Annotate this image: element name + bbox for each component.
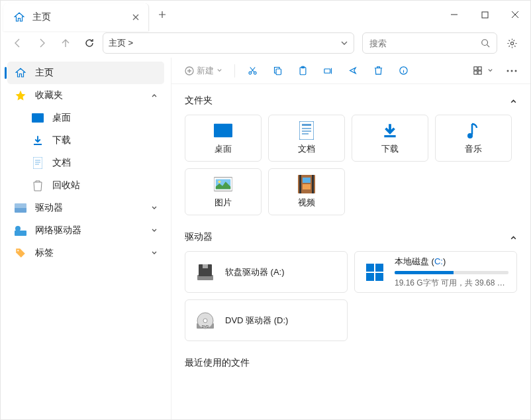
navbar: 主页 > bbox=[1, 28, 530, 58]
drive-list: 软盘驱动器 (A:) 本地磁盘 (C:) 19.16 G字节 可用，共 39.6… bbox=[185, 251, 517, 341]
svg-rect-33 bbox=[299, 175, 301, 193]
download-icon bbox=[31, 134, 44, 147]
windows-drive-icon bbox=[363, 260, 387, 284]
maximize-button[interactable] bbox=[469, 4, 500, 25]
settings-button[interactable] bbox=[500, 32, 524, 54]
drive-sub: 19.16 G字节 可用，共 39.68 G... bbox=[395, 278, 508, 289]
chevron-up-icon[interactable] bbox=[151, 92, 158, 99]
back-button[interactable] bbox=[7, 32, 28, 54]
svg-rect-20 bbox=[474, 71, 477, 74]
tile-label: 视频 bbox=[298, 197, 315, 209]
svg-point-24 bbox=[515, 70, 517, 72]
drive-floppy[interactable]: 软盘驱动器 (A:) bbox=[185, 251, 348, 293]
layout-button[interactable] bbox=[467, 61, 499, 81]
copy-button[interactable] bbox=[267, 61, 288, 81]
minimize-button[interactable] bbox=[439, 4, 469, 25]
chevron-up-icon[interactable] bbox=[510, 234, 517, 241]
svg-point-31 bbox=[218, 180, 221, 183]
tab-home[interactable]: 主页 bbox=[3, 3, 149, 31]
rename-button[interactable] bbox=[317, 61, 338, 81]
chevron-down-icon[interactable] bbox=[151, 227, 158, 234]
tile-label: 图片 bbox=[215, 197, 232, 209]
svg-rect-0 bbox=[482, 12, 488, 18]
svg-rect-35 bbox=[303, 178, 311, 183]
close-window-button[interactable] bbox=[500, 4, 530, 25]
refresh-button[interactable] bbox=[79, 32, 100, 54]
sidebar-label: 回收站 bbox=[52, 180, 158, 191]
sidebar-label: 标签 bbox=[35, 247, 143, 259]
svg-point-23 bbox=[511, 70, 513, 72]
section-recent-header[interactable]: 最近使用的文件 bbox=[185, 357, 517, 369]
new-label: 新建 bbox=[197, 65, 214, 77]
content: 文件夹 桌面 文档 下载 音乐 bbox=[171, 84, 530, 420]
svg-point-46 bbox=[203, 319, 207, 323]
svg-rect-27 bbox=[302, 124, 311, 126]
svg-rect-16 bbox=[324, 69, 330, 73]
sidebar-item-documents[interactable]: 文档 bbox=[7, 152, 164, 174]
folder-tile-music[interactable]: 音乐 bbox=[435, 115, 512, 162]
svg-point-8 bbox=[15, 226, 21, 231]
svg-rect-34 bbox=[312, 175, 314, 193]
address-bar[interactable]: 主页 > bbox=[103, 32, 354, 54]
tile-label: 文档 bbox=[298, 143, 315, 155]
section-title: 驱动器 bbox=[185, 231, 213, 243]
section-folders-header[interactable]: 文件夹 bbox=[185, 95, 517, 107]
chevron-down-icon[interactable] bbox=[340, 39, 348, 47]
search-box[interactable] bbox=[362, 32, 497, 54]
download-icon bbox=[381, 122, 399, 139]
sidebar-label: 下载 bbox=[52, 134, 158, 146]
address-text: 主页 > bbox=[109, 37, 340, 49]
sidebar-item-recycle[interactable]: 回收站 bbox=[7, 174, 164, 197]
tab-title: 主页 bbox=[32, 11, 124, 23]
section-title: 文件夹 bbox=[185, 95, 213, 107]
desktop-icon bbox=[31, 111, 44, 125]
chevron-down-icon[interactable] bbox=[151, 205, 158, 211]
paste-button[interactable] bbox=[292, 61, 313, 81]
chevron-up-icon[interactable] bbox=[510, 97, 517, 105]
folder-tile-desktop[interactable]: 桌面 bbox=[185, 115, 262, 162]
search-icon[interactable] bbox=[481, 38, 490, 48]
home-icon bbox=[13, 11, 26, 24]
sidebar-label: 主页 bbox=[35, 67, 158, 79]
network-drive-icon bbox=[14, 224, 27, 237]
sidebar-item-tags[interactable]: 标签 bbox=[7, 242, 164, 264]
drive-local-c[interactable]: 本地磁盘 (C:) 19.16 G字节 可用，共 39.68 G... bbox=[354, 251, 517, 293]
sidebar-item-network-drives[interactable]: 网络驱动器 bbox=[7, 219, 164, 242]
svg-rect-4 bbox=[33, 157, 42, 169]
svg-point-22 bbox=[507, 70, 509, 72]
sidebar: 主页 收藏夹 桌面 下载 文档 回收站 驱动器 网 bbox=[1, 58, 171, 420]
info-button[interactable] bbox=[393, 61, 414, 81]
tile-label: 音乐 bbox=[465, 143, 482, 155]
new-tab-button[interactable] bbox=[149, 1, 175, 28]
close-icon[interactable] bbox=[131, 13, 140, 22]
search-input[interactable] bbox=[369, 38, 481, 48]
share-button[interactable] bbox=[342, 61, 363, 81]
tile-label: 下载 bbox=[381, 143, 399, 155]
folder-tile-videos[interactable]: 视频 bbox=[268, 168, 345, 215]
sidebar-item-favorites[interactable]: 收藏夹 bbox=[7, 84, 164, 107]
folder-tile-documents[interactable]: 文档 bbox=[268, 115, 345, 162]
svg-point-2 bbox=[510, 42, 513, 44]
delete-button[interactable] bbox=[367, 61, 389, 81]
sidebar-item-downloads[interactable]: 下载 bbox=[7, 129, 164, 152]
folder-tile-downloads[interactable]: 下载 bbox=[352, 115, 428, 162]
forward-button[interactable] bbox=[31, 32, 52, 54]
desktop-icon bbox=[214, 122, 232, 139]
sidebar-item-drives[interactable]: 驱动器 bbox=[7, 197, 164, 219]
up-button[interactable] bbox=[55, 32, 76, 54]
folder-tile-pictures[interactable]: 图片 bbox=[185, 168, 262, 215]
cut-button[interactable] bbox=[242, 61, 263, 81]
music-icon bbox=[464, 122, 483, 139]
section-drives-header[interactable]: 驱动器 bbox=[185, 231, 517, 243]
video-icon bbox=[297, 176, 316, 193]
drive-dvd[interactable]: DVD DVD 驱动器 (D:) bbox=[185, 299, 348, 341]
sidebar-item-desktop[interactable]: 桌面 bbox=[7, 107, 164, 129]
sidebar-item-home[interactable]: 主页 bbox=[7, 62, 164, 84]
svg-rect-18 bbox=[474, 67, 477, 70]
chevron-down-icon[interactable] bbox=[151, 250, 158, 256]
svg-rect-42 bbox=[366, 273, 374, 281]
new-button[interactable]: 新建 bbox=[179, 61, 228, 81]
more-button[interactable] bbox=[501, 61, 522, 81]
svg-rect-41 bbox=[375, 264, 383, 272]
svg-rect-3 bbox=[32, 113, 44, 123]
